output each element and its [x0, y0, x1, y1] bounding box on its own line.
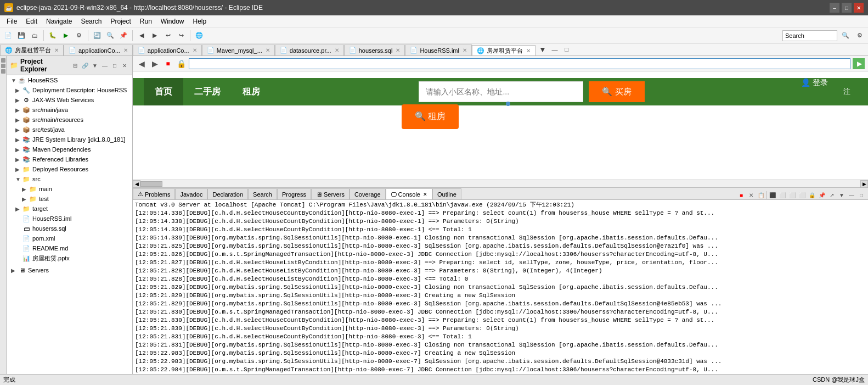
tree-item-deployment[interactable]: ▶ 🔧 Deployment Descriptor: HouseRSS [7, 85, 132, 95]
toolbar-open-browser-btn[interactable]: 🌐 [193, 30, 205, 42]
tree-item-src[interactable]: ▼ 📁 src [7, 174, 132, 184]
explorer-minimize-btn[interactable]: — [100, 61, 109, 70]
tree-item-jre[interactable]: ▶ 📚 JRE System Library [jdk1.8.0_181] [7, 135, 132, 144]
panel-tab-outline[interactable]: Outline [432, 188, 461, 199]
website-nav-secondhand[interactable]: 二手房 [183, 78, 232, 105]
tree-item-target[interactable]: ▶ 📁 target [7, 204, 132, 214]
editor-tab-7[interactable]: 🌐 房屋租赁平台 ✕ [472, 45, 536, 56]
explorer-link-btn[interactable]: 🔗 [81, 61, 89, 70]
minimize-button[interactable]: – [830, 3, 839, 13]
console-expand-btn[interactable]: ↗ [827, 191, 836, 199]
browser-back-btn[interactable]: ◀ [136, 58, 147, 69]
tab-close-1[interactable]: ✕ [123, 47, 128, 53]
console-btn3[interactable]: 📋 [757, 191, 765, 199]
browser-refresh-btn[interactable]: 🔒 [176, 58, 187, 69]
editor-tab-6[interactable]: 📄 HouseRSS.iml ✕ [405, 44, 472, 55]
tab-close-0[interactable]: ✕ [54, 47, 59, 53]
panel-tab-declaration[interactable]: Declaration [207, 188, 248, 199]
toolbar-new-btn[interactable]: 📄 [2, 30, 14, 42]
editor-tab-1[interactable]: 📄 applicationCo... ✕ [64, 44, 133, 55]
tree-item-readme[interactable]: ▶ 📄 README.md [7, 243, 132, 253]
console-stop-btn[interactable]: ■ [737, 191, 746, 199]
console-overflow-btn[interactable]: ▼ [837, 191, 846, 199]
panel-tab-coverage[interactable]: Coverage [350, 188, 386, 199]
scroll-left-btn[interactable]: ◀ [133, 180, 140, 188]
website-login-button[interactable]: 👤 登录 [792, 78, 837, 105]
tab-close-5[interactable]: ✕ [396, 47, 400, 53]
tab-console-close[interactable]: ✕ [423, 192, 427, 197]
menu-navigate[interactable]: Navigate [42, 16, 76, 26]
menu-project[interactable]: Project [106, 16, 135, 26]
toolbar-debug-btn[interactable]: 🐛 [47, 30, 59, 42]
website-rent-overlay-btn[interactable]: 🔍 租房 [402, 104, 459, 129]
editor-tab-0[interactable]: 🌐 房屋租赁平台 ✕ [0, 44, 64, 55]
panel-tab-console[interactable]: 🖵 Console ✕ [386, 188, 432, 199]
tree-item-main[interactable]: ▶ 📁 main [7, 184, 132, 194]
website-nav-home[interactable]: 首页 [144, 78, 183, 105]
close-button[interactable]: ✕ [854, 3, 864, 13]
toolbar-pin-btn[interactable]: 📌 [117, 30, 129, 42]
tree-item-referenced[interactable]: ▶ 📚 Referenced Libraries [7, 154, 132, 164]
website-search-input[interactable] [419, 81, 583, 102]
tab-close-7[interactable]: ✕ [526, 48, 531, 54]
tree-item-maven[interactable]: ▶ 📚 Maven Dependencies [7, 144, 132, 154]
menu-search[interactable]: Search [76, 16, 106, 26]
tab-close-2[interactable]: ✕ [193, 47, 197, 53]
console-btn4[interactable]: ⬛ [768, 191, 777, 199]
tab-close-3[interactable]: ✕ [266, 47, 270, 53]
console-pin-btn[interactable]: 📌 [818, 191, 826, 199]
tree-item-pomxml[interactable]: ▶ 📄 pom.xml [7, 233, 132, 243]
editor-tab-3[interactable]: 📄 Maven_mysql_... ✕ [202, 44, 275, 55]
tree-item-srctestjava[interactable]: ▶ 📦 src/test/java [7, 125, 132, 135]
toolbar-save-btn[interactable]: 💾 [15, 30, 27, 42]
toolbar-next-btn[interactable]: ▶ [149, 30, 161, 42]
website-nav-rent[interactable]: 租房 [232, 78, 271, 105]
tree-item-srcmainres[interactable]: ▶ 📦 src/main/resources [7, 115, 132, 125]
toolbar-prev-btn[interactable]: ◀ [136, 30, 148, 42]
tree-item-pptx[interactable]: ▶ 📊 房屋租赁.pptx [7, 253, 132, 263]
website-buy-button[interactable]: 🔍 买房 [589, 81, 644, 102]
scroll-thumb[interactable] [140, 181, 162, 187]
console-btn6[interactable]: ⬜ [788, 191, 797, 199]
editor-tab-4[interactable]: 📄 datasource.pr... ✕ [275, 44, 344, 55]
console-maximize-btn[interactable]: □ [857, 191, 866, 199]
menu-window[interactable]: Window [156, 16, 189, 26]
browser-hscrollbar[interactable]: ◀ ▶ [133, 180, 868, 187]
editor-tab-2[interactable]: 📄 applicationCo... ✕ [133, 44, 202, 55]
scroll-track[interactable] [140, 181, 860, 187]
tree-item-test[interactable]: ▶ 📁 test [7, 194, 132, 204]
toolbar-search-go[interactable]: 🔍 [839, 30, 852, 42]
tree-item-servers[interactable]: ▶ 🖥 Servers [7, 265, 132, 275]
tree-item-srcmainjava[interactable]: ▶ 📦 src/main/java [7, 105, 132, 115]
tree-item-houserss[interactable]: ▼ ☕ HouseRSS [7, 75, 132, 85]
explorer-maximize-btn[interactable]: □ [110, 61, 119, 70]
menu-help[interactable]: Help [189, 16, 211, 26]
toolbar-refresh-btn[interactable]: 🔄 [91, 30, 103, 42]
tab-overflow-btn[interactable]: ▼ [537, 44, 549, 55]
tab-min-btn[interactable]: — [549, 44, 561, 55]
console-scroll-lock[interactable]: 🔒 [808, 191, 816, 199]
tree-item-houserss-iml[interactable]: ▶ 📄 HouseRSS.iml [7, 214, 132, 224]
toolbar-save-all-btn[interactable]: 🗂 [29, 30, 41, 42]
menu-run[interactable]: Run [136, 16, 156, 26]
panel-tab-search[interactable]: Search [248, 188, 277, 199]
browser-go-btn[interactable]: ▶ [853, 58, 865, 69]
console-btn2[interactable]: ✕ [747, 191, 756, 199]
panel-tab-servers[interactable]: 🖥 Servers [311, 188, 350, 199]
website-register-button[interactable]: 注 [837, 78, 857, 105]
explorer-filter-btn[interactable]: ▼ [91, 61, 99, 70]
tab-max-btn[interactable]: □ [561, 44, 573, 55]
maximize-button[interactable]: □ [842, 3, 852, 13]
menu-edit[interactable]: Edit [21, 16, 42, 26]
tab-close-4[interactable]: ✕ [335, 47, 339, 53]
panel-tab-problems[interactable]: ⚠ Problems [133, 188, 175, 199]
toolbar-run-btn[interactable]: ▶ [60, 30, 72, 42]
console-minimize-btn[interactable]: — [847, 191, 856, 199]
browser-url-input[interactable]: http://localhost:8080/houserss/ [189, 58, 850, 69]
panel-tab-javadoc[interactable]: Javadoc [175, 188, 207, 199]
tree-item-houserss-sql[interactable]: ▶ 🗃 houserss.sql [7, 224, 132, 233]
tree-item-deployed[interactable]: ▶ 📁 Deployed Resources [7, 164, 132, 174]
toolbar-search-btn[interactable]: 🔍 [104, 30, 116, 42]
browser-stop-btn[interactable]: ■ [162, 58, 173, 69]
toolbar-settings-btn[interactable]: ⚙ [854, 30, 866, 42]
